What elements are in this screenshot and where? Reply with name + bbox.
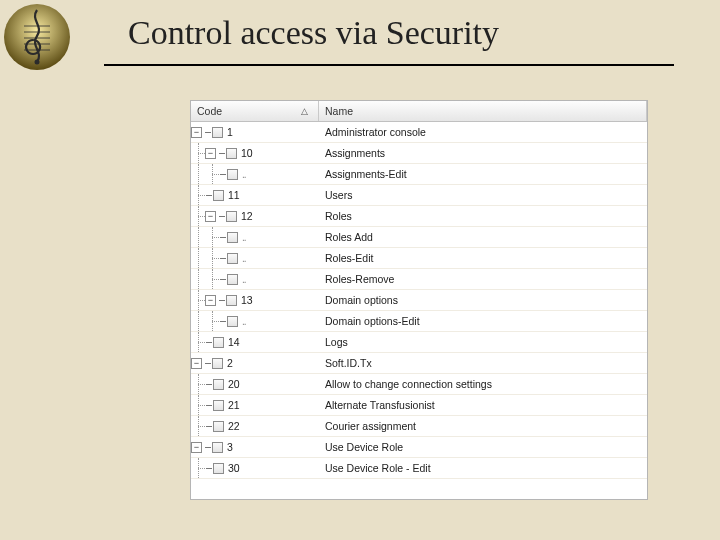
slide-title: Control access via Security xyxy=(128,14,499,52)
tree-cell-code: .. xyxy=(191,227,319,247)
tree-indent-guide xyxy=(205,269,219,289)
name-value: Soft.ID.Tx xyxy=(319,357,647,369)
tree-connector-icon xyxy=(219,300,225,301)
collapse-icon[interactable]: − xyxy=(191,442,202,453)
table-row[interactable]: ..Roles-Remove xyxy=(191,269,647,290)
tree-cell-code: −2 xyxy=(191,353,319,373)
security-tree-grid: Code △ Name −1Administrator console−10As… xyxy=(190,100,648,500)
collapse-icon[interactable]: − xyxy=(205,211,216,222)
checkbox-icon[interactable] xyxy=(213,379,224,390)
table-row[interactable]: 11Users xyxy=(191,185,647,206)
checkbox-icon[interactable] xyxy=(213,337,224,348)
code-value: 2 xyxy=(227,357,233,369)
tree-cell-code: −10 xyxy=(191,143,319,163)
ellipsis-icon: .. xyxy=(242,316,246,327)
checkbox-icon[interactable] xyxy=(226,295,237,306)
table-row[interactable]: −1Administrator console xyxy=(191,122,647,143)
tree-cell-code: .. xyxy=(191,311,319,331)
tree-indent-guide xyxy=(191,374,205,394)
table-row[interactable]: −10Assignments xyxy=(191,143,647,164)
table-row[interactable]: 20Allow to change connection settings xyxy=(191,374,647,395)
table-row[interactable]: ..Roles-Edit xyxy=(191,248,647,269)
tree-connector-icon xyxy=(220,237,226,238)
table-row[interactable]: −12Roles xyxy=(191,206,647,227)
name-value: Assignments-Edit xyxy=(319,168,647,180)
code-value: 11 xyxy=(228,189,240,201)
tree-cell-code: 22 xyxy=(191,416,319,436)
tree-indent-guide xyxy=(191,269,205,289)
tree-connector-icon xyxy=(220,321,226,322)
table-row[interactable]: 30Use Device Role - Edit xyxy=(191,458,647,479)
tree-connector-icon xyxy=(219,216,225,217)
code-value: 22 xyxy=(228,420,240,432)
checkbox-icon[interactable] xyxy=(213,463,224,474)
tree-indent-guide xyxy=(205,227,219,247)
tree-connector-icon xyxy=(205,447,211,448)
checkbox-icon[interactable] xyxy=(213,400,224,411)
tree-connector-icon xyxy=(205,363,211,364)
checkbox-icon[interactable] xyxy=(212,358,223,369)
checkbox-icon[interactable] xyxy=(212,442,223,453)
checkbox-icon[interactable] xyxy=(227,232,238,243)
tree-cell-code: 30 xyxy=(191,458,319,478)
ellipsis-icon: .. xyxy=(242,253,246,264)
name-value: Domain options xyxy=(319,294,647,306)
collapse-icon[interactable]: − xyxy=(205,148,216,159)
code-value: 10 xyxy=(241,147,253,159)
logo-treble-clef xyxy=(2,2,72,72)
checkbox-icon[interactable] xyxy=(226,211,237,222)
tree-cell-code: −12 xyxy=(191,206,319,226)
tree-indent-guide xyxy=(191,311,205,331)
table-row[interactable]: 22Courier assignment xyxy=(191,416,647,437)
table-row[interactable]: −3Use Device Role xyxy=(191,437,647,458)
checkbox-icon[interactable] xyxy=(213,190,224,201)
name-value: Roles xyxy=(319,210,647,222)
table-row[interactable]: −2Soft.ID.Tx xyxy=(191,353,647,374)
table-row[interactable]: 14Logs xyxy=(191,332,647,353)
name-value: Allow to change connection settings xyxy=(319,378,647,390)
table-row[interactable]: ..Domain options-Edit xyxy=(191,311,647,332)
table-row[interactable]: 21Alternate Transfusionist xyxy=(191,395,647,416)
checkbox-icon[interactable] xyxy=(213,421,224,432)
table-row[interactable]: ..Roles Add xyxy=(191,227,647,248)
tree-cell-code: −13 xyxy=(191,290,319,310)
checkbox-icon[interactable] xyxy=(212,127,223,138)
tree-connector-icon xyxy=(220,279,226,280)
tree-indent-guide xyxy=(191,395,205,415)
code-value: 20 xyxy=(228,378,240,390)
name-value: Use Device Role xyxy=(319,441,647,453)
checkbox-icon[interactable] xyxy=(227,274,238,285)
column-header-name[interactable]: Name xyxy=(319,101,647,121)
tree-connector-icon xyxy=(206,195,212,196)
tree-cell-code: −3 xyxy=(191,437,319,457)
tree-indent-guide xyxy=(191,290,205,310)
name-value: Alternate Transfusionist xyxy=(319,399,647,411)
checkbox-icon[interactable] xyxy=(226,148,237,159)
tree-connector-icon xyxy=(220,174,226,175)
collapse-icon[interactable]: − xyxy=(191,358,202,369)
column-header-code[interactable]: Code △ xyxy=(191,101,319,121)
collapse-icon[interactable]: − xyxy=(191,127,202,138)
svg-point-1 xyxy=(35,60,40,65)
name-value: Assignments xyxy=(319,147,647,159)
code-value: 3 xyxy=(227,441,233,453)
checkbox-icon[interactable] xyxy=(227,169,238,180)
tree-cell-code: 14 xyxy=(191,332,319,352)
checkbox-icon[interactable] xyxy=(227,316,238,327)
tree-cell-code: .. xyxy=(191,164,319,184)
tree-connector-icon xyxy=(206,405,212,406)
table-row[interactable]: ..Assignments-Edit xyxy=(191,164,647,185)
tree-indent-guide xyxy=(191,206,205,226)
code-value: 1 xyxy=(227,126,233,138)
collapse-icon[interactable]: − xyxy=(205,295,216,306)
tree-indent-guide xyxy=(191,143,205,163)
tree-connector-icon xyxy=(205,132,211,133)
table-row[interactable]: −13Domain options xyxy=(191,290,647,311)
tree-indent-guide xyxy=(205,311,219,331)
checkbox-icon[interactable] xyxy=(227,253,238,264)
tree-indent-guide xyxy=(205,164,219,184)
tree-indent-guide xyxy=(191,458,205,478)
tree-rows: −1Administrator console−10Assignments..A… xyxy=(191,122,647,479)
tree-indent-guide xyxy=(191,185,205,205)
code-value: 14 xyxy=(228,336,240,348)
